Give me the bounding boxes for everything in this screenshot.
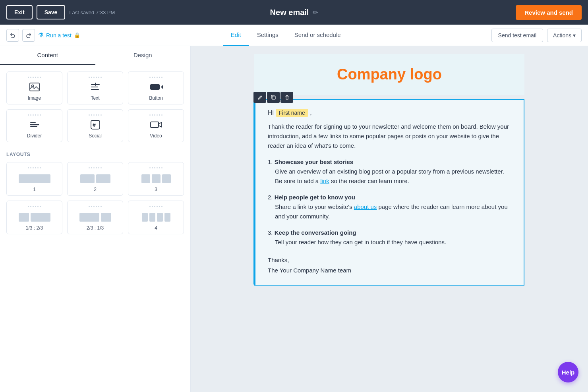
block-delete-button[interactable] <box>280 92 293 103</box>
video-label: Video <box>132 133 180 139</box>
block-edit-toolbar <box>253 92 293 103</box>
layout6-drag-dots <box>132 206 180 207</box>
list-number-2: 2. Help people get to know you <box>268 194 511 201</box>
email-list: 1. Showcase your best stories Give an ov… <box>268 158 511 247</box>
module-video[interactable]: Video <box>128 109 184 142</box>
undo-button[interactable] <box>6 29 19 42</box>
pencil-icon <box>257 95 263 100</box>
edit-title-icon[interactable]: ✏ <box>313 9 318 16</box>
list-title-1: Showcase your best stories <box>275 158 353 165</box>
button-label: Button <box>132 95 180 101</box>
save-button[interactable]: Save <box>37 5 66 19</box>
layout5-preview <box>71 212 120 223</box>
text-drag-dots <box>71 77 120 78</box>
layout3-label: 3 <box>132 187 180 192</box>
run-test-icon: ⚗ <box>38 31 44 39</box>
email-preview-area: Company logo <box>191 46 588 392</box>
help-button[interactable]: Help <box>558 362 578 382</box>
module-button[interactable]: Button <box>128 71 184 104</box>
tab-settings[interactable]: Settings <box>249 25 286 46</box>
layout2-label: 2 <box>71 187 120 192</box>
module-image[interactable]: Image <box>6 71 62 104</box>
list-title-3: Keep the conversation going <box>275 229 356 236</box>
list-number-3: 3. Keep the conversation going <box>268 229 511 236</box>
module-divider[interactable]: Divider <box>6 109 62 142</box>
copy-icon <box>271 95 276 100</box>
layout1-drag-dots <box>10 167 59 168</box>
email-intro: Thank the reader for signing up to your … <box>268 122 511 151</box>
header-center: New email ✏ <box>270 8 318 17</box>
tab-edit[interactable]: Edit <box>223 25 249 46</box>
button-icon <box>132 81 180 93</box>
sidebar-content: Image T <box>0 65 190 241</box>
sign-off-text: Thanks, <box>268 255 511 265</box>
email-logo-section[interactable]: Company logo <box>254 54 524 95</box>
exit-button[interactable]: Exit <box>6 5 33 19</box>
divider-icon <box>10 119 59 131</box>
video-icon <box>132 119 180 131</box>
redo-button[interactable] <box>22 29 35 42</box>
link-1[interactable]: link <box>320 178 329 184</box>
image-drag-dots <box>10 77 59 78</box>
left-sidebar: Content Design <box>0 46 191 392</box>
module-social[interactable]: # Social <box>67 109 123 142</box>
layout-4[interactable]: 4 <box>128 201 184 234</box>
layout-1[interactable]: 1 <box>6 162 62 196</box>
tab-content[interactable]: Content <box>0 46 95 65</box>
block-edit-button[interactable] <box>253 92 266 103</box>
block-copy-button[interactable] <box>267 92 280 103</box>
layout-2[interactable]: 2 <box>67 162 123 196</box>
layout5-drag-dots <box>71 206 120 207</box>
modules-grid: Image T <box>6 71 184 142</box>
layout-2-3-1-3[interactable]: 2/3 : 1/3 <box>67 201 123 234</box>
block-accent-bar <box>253 100 255 285</box>
header-right: Review and send <box>516 5 582 20</box>
email-content-block: Hi First name , Thank the reader for sig… <box>254 99 524 286</box>
image-label: Image <box>10 95 59 101</box>
layout-1-3-2-3[interactable]: 1/3 : 2/3 <box>6 201 62 234</box>
divider-label: Divider <box>10 133 59 139</box>
email-body[interactable]: Hi First name , Thank the reader for sig… <box>254 99 524 286</box>
divider-drag-dots <box>10 114 59 116</box>
tab-design[interactable]: Design <box>95 46 191 65</box>
social-drag-dots <box>71 114 120 116</box>
review-send-button[interactable]: Review and send <box>516 5 582 20</box>
run-test-button[interactable]: ⚗ Run a test 🔒 <box>38 31 80 39</box>
link-2[interactable]: about us <box>354 203 377 210</box>
layout5-label: 2/3 : 1/3 <box>71 225 120 231</box>
social-label: Social <box>71 133 120 139</box>
actions-chevron-icon: ▾ <box>573 32 576 39</box>
layout4-preview <box>10 212 59 223</box>
text-icon <box>71 81 120 93</box>
layout6-preview <box>132 212 180 223</box>
social-icon: # <box>71 119 120 131</box>
module-text[interactable]: Text <box>67 71 123 104</box>
svg-rect-13 <box>272 96 275 99</box>
layout4-label: 1/3 : 2/3 <box>10 225 59 231</box>
layout2-preview <box>71 173 120 184</box>
layout4-drag-dots <box>10 206 59 207</box>
hi-text: Hi <box>268 109 274 116</box>
company-logo-text: Company logo <box>262 66 516 83</box>
video-drag-dots <box>132 114 180 116</box>
list-number-1: 1. Showcase your best stories <box>268 158 511 165</box>
text-label: Text <box>71 95 120 101</box>
layout-3[interactable]: 3 <box>128 162 184 196</box>
button-drag-dots <box>132 77 180 78</box>
actions-button[interactable]: Actions ▾ <box>547 29 582 42</box>
actions-label: Actions <box>553 32 571 39</box>
list-title-2: Help people get to know you <box>275 194 355 201</box>
image-icon <box>10 81 59 93</box>
header-left: Exit Save Last saved 7:33 PM <box>6 5 115 19</box>
list-body-2: Share a link to your website's about us … <box>268 202 511 221</box>
trash-icon <box>284 95 290 100</box>
hi-line: Hi First name , <box>268 109 511 116</box>
email-title: New email <box>270 8 309 17</box>
tab-send-schedule[interactable]: Send or schedule <box>286 25 349 46</box>
send-test-email-button[interactable]: Send test email <box>491 29 544 42</box>
company-name-text: The Your Company Name team <box>268 265 511 276</box>
layout3-drag-dots <box>132 167 180 168</box>
sidebar-tabs: Content Design <box>0 46 190 65</box>
email-signoff: Thanks, The Your Company Name team <box>268 255 511 275</box>
email-container: Company logo <box>254 54 524 384</box>
